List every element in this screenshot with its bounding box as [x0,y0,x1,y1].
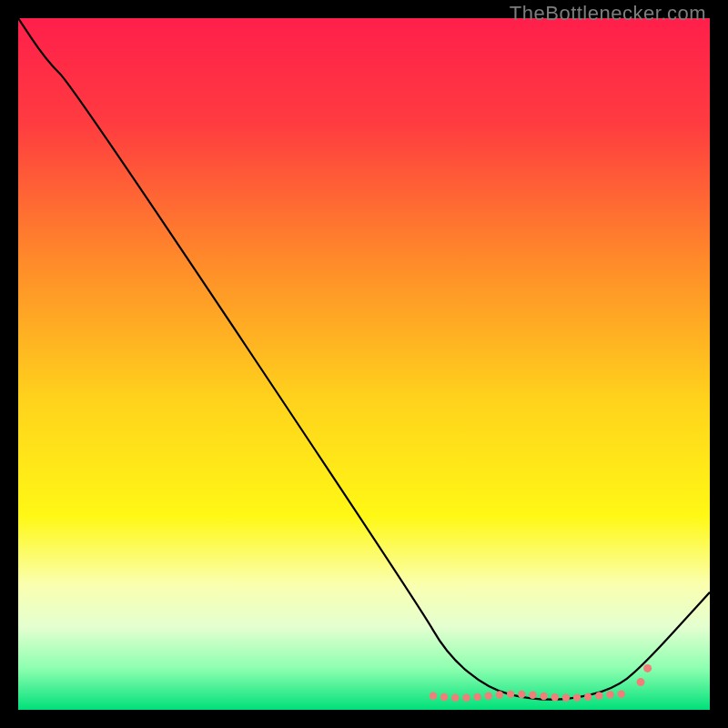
chart-svg [18,18,710,710]
svg-point-0 [430,693,437,700]
svg-point-5 [485,692,492,699]
gradient-background [18,18,710,710]
svg-point-18 [637,678,645,686]
svg-point-15 [595,692,602,699]
svg-point-1 [440,693,448,701]
svg-point-4 [473,693,480,701]
watermark-text: TheBottlenecker.com [510,2,706,25]
svg-point-6 [496,691,503,698]
svg-point-12 [562,694,570,702]
svg-point-2 [451,694,459,702]
svg-point-8 [518,691,525,698]
svg-point-9 [529,692,536,699]
svg-point-10 [540,693,547,700]
svg-point-19 [643,664,652,672]
svg-point-14 [584,693,592,700]
svg-point-7 [507,691,514,698]
svg-point-3 [462,693,470,701]
svg-point-13 [573,693,581,701]
svg-point-16 [606,691,613,698]
svg-point-17 [618,691,625,698]
svg-point-11 [551,693,559,701]
